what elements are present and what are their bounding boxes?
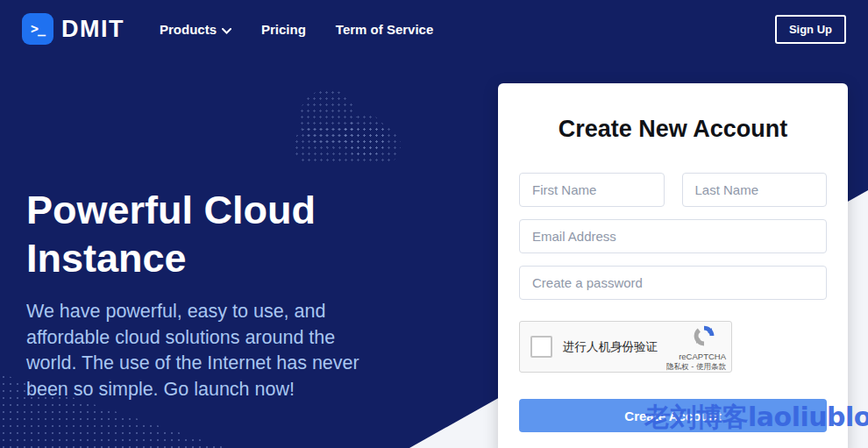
nav-link-label: Pricing bbox=[261, 22, 306, 37]
nav-link-term-of-service[interactable]: Term of Service bbox=[336, 22, 433, 37]
last-name-input[interactable] bbox=[682, 173, 828, 207]
password-input[interactable] bbox=[519, 266, 827, 300]
recaptcha-widget: 进行人机身份验证 reCAPTCHA 隐私权 - 使用条款 bbox=[519, 321, 732, 373]
cloud-dots-decoration bbox=[294, 88, 403, 167]
first-name-input[interactable] bbox=[519, 173, 665, 207]
nav-link-products[interactable]: Products bbox=[160, 22, 231, 37]
terminal-logo-icon[interactable]: >_ bbox=[22, 13, 53, 45]
signup-card: Create New Account 进行人机身份验证 bbox=[498, 83, 848, 448]
watermark-text: 老刘博客laoliublog.cn bbox=[644, 400, 868, 436]
recaptcha-icon bbox=[693, 324, 726, 351]
hero-title: Powerful Cloud Instance bbox=[26, 186, 403, 283]
navbar: >_ DMIT Products Pricing Term of Service… bbox=[0, 0, 868, 58]
nav-link-label: Term of Service bbox=[336, 22, 433, 37]
recaptcha-brand-text: reCAPTCHA bbox=[679, 352, 726, 361]
cloud-dots-part bbox=[294, 126, 401, 165]
page: >_ DMIT Products Pricing Term of Service… bbox=[0, 0, 868, 448]
recaptcha-terms-link[interactable]: 隐私权 - 使用条款 bbox=[666, 362, 726, 373]
terminal-glyph: >_ bbox=[31, 21, 45, 37]
recaptcha-branding: reCAPTCHA 隐私权 - 使用条款 bbox=[666, 324, 726, 373]
form-title: Create New Account bbox=[519, 116, 827, 143]
hero-description: We have powerful, easy to use, and affor… bbox=[26, 299, 381, 402]
recaptcha-label: 进行人机身份验证 bbox=[563, 339, 658, 355]
nav-links: Products Pricing Term of Service bbox=[160, 22, 433, 37]
nav-link-label: Products bbox=[160, 22, 217, 37]
recaptcha-checkbox[interactable] bbox=[530, 336, 552, 358]
chevron-down-icon bbox=[222, 22, 231, 37]
sign-up-button[interactable]: Sign Up bbox=[775, 15, 846, 44]
email-input[interactable] bbox=[519, 219, 827, 253]
name-fields-row bbox=[519, 173, 827, 207]
brand-name[interactable]: DMIT bbox=[61, 16, 125, 43]
nav-link-pricing[interactable]: Pricing bbox=[261, 22, 306, 37]
